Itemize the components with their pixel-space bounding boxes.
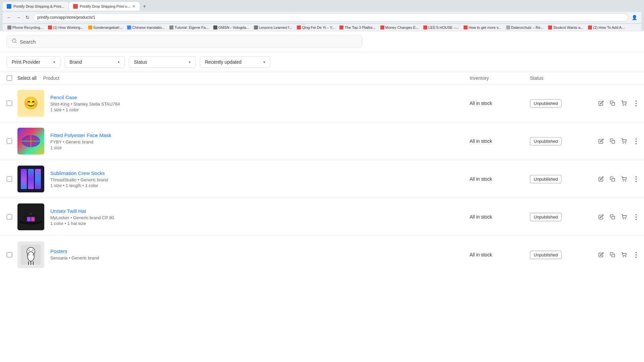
- product-row: 😊 Pencil Case Shirt-King • Stanley Stell…: [0, 84, 644, 122]
- search-wrapper[interactable]: Search: [7, 35, 362, 48]
- bookmark-favicon-10: [380, 25, 384, 29]
- status-badge-1: Unpublished: [530, 99, 561, 108]
- bookmark-4[interactable]: Chinese translatio...: [125, 25, 167, 30]
- address-bar[interactable]: printify.com/app/store/products/1: [33, 13, 628, 21]
- product-variants-2: 1 size: [50, 145, 470, 150]
- product-variants-1: 1 size • 1 color: [50, 107, 470, 112]
- print-provider-dropdown[interactable]: Print Provider ▾: [7, 56, 60, 68]
- cart-button-3[interactable]: [620, 175, 628, 183]
- browser-toolbar: ← → ↻ printify.com/app/store/products/1 …: [3, 12, 641, 23]
- product-thumbnail-4: [17, 203, 44, 230]
- bookmark-12[interactable]: How to get more v...: [462, 25, 503, 30]
- product-name-2[interactable]: Fitted Polyester Face Mask: [50, 132, 470, 138]
- select-all-checkbox[interactable]: [7, 75, 12, 81]
- bookmark-favicon-9: [339, 25, 343, 29]
- cart-button-2[interactable]: [620, 137, 628, 145]
- bookmark-13[interactable]: Datenschutz – Re...: [504, 25, 546, 30]
- copy-button-4[interactable]: [608, 213, 616, 221]
- browser-tab-1[interactable]: Printify Drop Shipping & Print...: [3, 2, 68, 11]
- product-name-1[interactable]: Pencil Case: [50, 95, 470, 100]
- sort-dropdown[interactable]: Recently updated ▾: [200, 56, 270, 68]
- product-variants-4: 1 color • 1 hat size: [50, 221, 470, 226]
- status-badge-5: Unpublished: [530, 251, 561, 259]
- copy-button-1[interactable]: [608, 99, 616, 107]
- status-col-1: Unpublished: [530, 99, 597, 108]
- bookmark-favicon-6: [213, 25, 217, 29]
- browser-tab-2[interactable]: Printify Drop Shipping Print o... ✕: [69, 2, 140, 11]
- svg-rect-33: [612, 254, 615, 257]
- more-button-5[interactable]: ⋮: [631, 249, 641, 260]
- status-col-4: Unpublished: [530, 213, 597, 221]
- inventory-5: All in stock: [470, 252, 530, 257]
- bookmark-15[interactable]: (2) How To Add A...: [586, 25, 627, 30]
- bookmark-9[interactable]: The Top 3 Platfor...: [337, 25, 377, 30]
- bookmark-favicon-3: [88, 25, 92, 29]
- more-button-1[interactable]: ⋮: [631, 98, 641, 109]
- actions-col-3: ⋮: [597, 174, 637, 184]
- svg-point-25: [28, 249, 30, 251]
- bookmark-10[interactable]: Money Changes E...: [378, 25, 421, 30]
- bookmark-1[interactable]: Phone Recycling...: [5, 25, 45, 30]
- svg-point-22: [626, 219, 626, 219]
- row-checkbox-3[interactable]: [7, 176, 12, 182]
- cart-button-5[interactable]: [620, 251, 628, 259]
- bookmark-8[interactable]: Qing Fei De Yi – Y...: [295, 25, 337, 30]
- search-icon: [12, 38, 17, 45]
- brand-dropdown[interactable]: Brand ▾: [64, 56, 125, 68]
- bookmark-11[interactable]: LEE'S HOUSE –...: [421, 25, 461, 30]
- inventory-3: All in stock: [470, 176, 530, 182]
- bookmark-favicon-8: [297, 25, 301, 29]
- product-name-5[interactable]: Posters: [50, 248, 470, 254]
- row-checkbox-5[interactable]: [7, 252, 12, 257]
- bookmark-7[interactable]: Lessons Learned f...: [252, 25, 294, 30]
- forward-button[interactable]: →: [15, 14, 22, 21]
- select-all-label[interactable]: Select all: [17, 75, 37, 81]
- row-checkbox-2[interactable]: [7, 138, 12, 144]
- new-tab-button[interactable]: +: [140, 2, 149, 11]
- more-button-4[interactable]: ⋮: [631, 212, 641, 222]
- svg-point-26: [32, 249, 34, 251]
- product-row: Sublimation Crew Socks ThreadStudio • Ge…: [0, 160, 644, 198]
- more-button-2[interactable]: ⋮: [631, 136, 641, 146]
- row-checkbox-1[interactable]: [7, 101, 12, 106]
- row-checkbox-4[interactable]: [7, 214, 12, 220]
- cart-button-4[interactable]: [620, 213, 628, 221]
- print-provider-label: Print Provider: [12, 59, 40, 65]
- bookmark-6[interactable]: GMSN - Vologda...: [211, 25, 251, 30]
- edit-button-3[interactable]: [597, 175, 605, 183]
- cart-button-1[interactable]: [620, 99, 628, 107]
- product-info-5: Posters Sensaria • Generic brand: [50, 248, 470, 261]
- product-name-3[interactable]: Sublimation Crew Socks: [50, 170, 470, 176]
- edit-button-1[interactable]: [597, 99, 605, 107]
- svg-point-28: [27, 254, 30, 256]
- bookmark-favicon-12: [464, 25, 468, 29]
- bookmark-favicon-4: [127, 25, 131, 29]
- product-row: Fitted Polyester Face Mask FYBY • Generi…: [0, 122, 644, 160]
- svg-point-10: [623, 143, 623, 143]
- svg-line-1: [15, 42, 16, 43]
- edit-button-2[interactable]: [597, 137, 605, 145]
- chevron-down-icon: ▾: [118, 60, 120, 64]
- bookmark-14[interactable]: Student Wants a...: [546, 25, 585, 30]
- edit-button-4[interactable]: [597, 213, 605, 221]
- bookmark-3[interactable]: Sonderangebat!...: [86, 25, 124, 30]
- profile-button[interactable]: 👤: [630, 14, 639, 21]
- posters-thumbnail: [17, 241, 44, 268]
- edit-button-5[interactable]: [597, 251, 605, 259]
- product-name-4[interactable]: Unisex Twill Hat: [50, 208, 470, 214]
- reload-button[interactable]: ↻: [24, 14, 31, 21]
- more-button-3[interactable]: ⋮: [631, 174, 641, 184]
- copy-button-3[interactable]: [608, 175, 616, 183]
- back-button[interactable]: ←: [5, 14, 13, 21]
- search-placeholder[interactable]: Search: [20, 39, 36, 45]
- status-dropdown[interactable]: Status ▾: [129, 56, 196, 68]
- copy-button-5[interactable]: [608, 251, 616, 259]
- bookmark-2[interactable]: (1) How Working...: [46, 25, 86, 30]
- sort-label: Recently updated: [205, 59, 241, 65]
- hat-thumbnail: [17, 203, 44, 230]
- copy-button-2[interactable]: [608, 137, 616, 145]
- svg-rect-19: [31, 217, 35, 221]
- bookmark-5[interactable]: Tutorial: Eigene Fa...: [167, 25, 211, 30]
- product-meta-5: Sensaria • Generic brand: [50, 255, 470, 260]
- close-icon[interactable]: ✕: [132, 4, 136, 9]
